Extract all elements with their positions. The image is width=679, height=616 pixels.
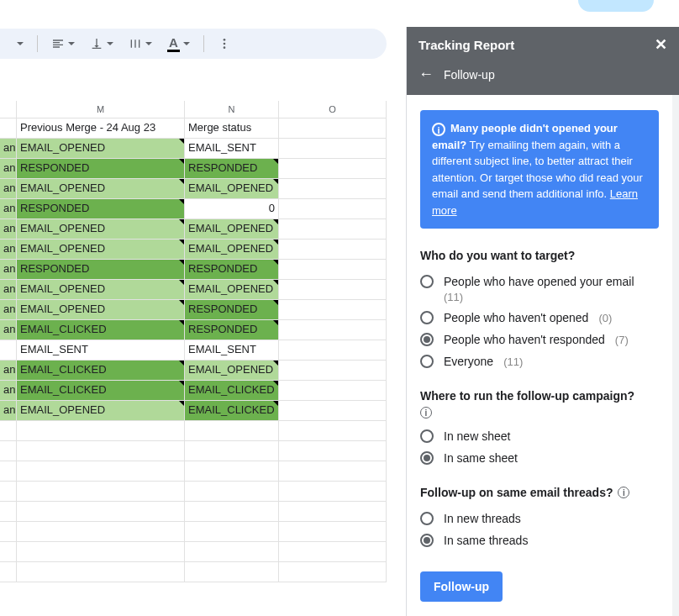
back-arrow-icon[interactable]: ←	[418, 66, 434, 83]
panel-scroll-area[interactable]: iMany people didn't opened your email? T…	[407, 95, 679, 616]
info-icon[interactable]: i	[618, 487, 629, 498]
more-vert-icon[interactable]	[213, 34, 236, 54]
cell[interactable]	[279, 482, 387, 501]
threads-option[interactable]: In new threads	[420, 508, 659, 529]
cell[interactable]: RESPONDED	[17, 260, 185, 279]
cell[interactable]: an	[0, 260, 17, 279]
cell[interactable]: EMAIL_OPENED	[185, 240, 279, 259]
cell[interactable]	[279, 421, 387, 440]
cell[interactable]	[0, 502, 17, 521]
cell[interactable]: 0	[185, 199, 279, 218]
cell[interactable]	[17, 562, 185, 582]
text-color-icon[interactable]: A	[162, 32, 195, 55]
cell[interactable]	[279, 240, 387, 259]
cell[interactable]	[185, 562, 279, 582]
cell[interactable]	[279, 219, 387, 239]
cell[interactable]: an	[0, 381, 17, 400]
cell[interactable]: an	[0, 179, 17, 198]
share-button-partial[interactable]	[578, 0, 654, 12]
cell-header-n[interactable]: Merge status	[185, 118, 279, 138]
cell[interactable]: an	[0, 159, 17, 178]
cell[interactable]: EMAIL_SENT	[185, 139, 279, 158]
cell[interactable]	[279, 320, 387, 340]
cell[interactable]	[185, 441, 279, 461]
cell-header-m[interactable]: Previous Merge - 24 Aug 23	[17, 118, 185, 138]
cell[interactable]	[17, 542, 185, 561]
cell[interactable]	[279, 522, 387, 541]
cell[interactable]	[185, 482, 279, 501]
cell[interactable]: RESPONDED	[185, 159, 279, 178]
cell[interactable]: an	[0, 361, 17, 380]
cell[interactable]	[279, 199, 387, 218]
cell[interactable]: EMAIL_CLICKED	[185, 401, 279, 420]
cell[interactable]: EMAIL_OPENED	[17, 179, 185, 198]
cell[interactable]	[17, 522, 185, 541]
cell[interactable]	[279, 542, 387, 561]
target-option[interactable]: People who haven't responded(7)	[420, 329, 659, 350]
cell[interactable]: RESPONDED	[185, 300, 279, 319]
toolbar-dropdown[interactable]	[10, 39, 29, 49]
cell[interactable]: an	[0, 300, 17, 319]
threads-option[interactable]: In same threads	[420, 529, 659, 551]
cell[interactable]	[0, 562, 17, 582]
cell[interactable]: EMAIL_OPENED	[17, 240, 185, 259]
cell[interactable]: RESPONDED	[185, 260, 279, 279]
cell[interactable]	[279, 159, 387, 178]
cell[interactable]	[0, 340, 17, 360]
col-header-stub[interactable]	[0, 101, 17, 118]
target-option[interactable]: People who haven't opened(0)	[420, 307, 659, 329]
cell[interactable]: an	[0, 240, 17, 259]
cell[interactable]	[185, 461, 279, 481]
col-header-o[interactable]: O	[279, 101, 387, 118]
text-wrap-icon[interactable]	[124, 34, 157, 54]
cell[interactable]	[185, 522, 279, 541]
cell[interactable]: an	[0, 280, 17, 299]
cell[interactable]	[17, 461, 185, 481]
cell[interactable]	[279, 441, 387, 461]
cell[interactable]	[0, 118, 17, 138]
cell[interactable]	[279, 502, 387, 521]
cell[interactable]	[279, 562, 387, 582]
align-left-icon[interactable]	[46, 34, 80, 54]
cell[interactable]	[279, 280, 387, 299]
cell[interactable]: EMAIL_SENT	[17, 340, 185, 360]
cell[interactable]: an	[0, 320, 17, 340]
cell[interactable]	[279, 179, 387, 198]
cell[interactable]	[279, 340, 387, 360]
cell[interactable]: EMAIL_OPENED	[17, 219, 185, 239]
cell[interactable]: EMAIL_SENT	[185, 340, 279, 360]
cell[interactable]	[0, 461, 17, 481]
cell[interactable]: RESPONDED	[17, 199, 185, 218]
followup-button[interactable]: Follow-up	[420, 571, 503, 602]
cell[interactable]	[185, 421, 279, 440]
where-option[interactable]: In same sheet	[420, 447, 659, 469]
cell[interactable]	[17, 482, 185, 501]
cell[interactable]: EMAIL_OPENED	[17, 139, 185, 158]
cell[interactable]: EMAIL_OPENED	[185, 219, 279, 239]
cell[interactable]	[0, 542, 17, 561]
col-header-m[interactable]: M	[17, 101, 185, 118]
cell[interactable]: EMAIL_OPENED	[17, 300, 185, 319]
where-option[interactable]: In new sheet	[420, 425, 659, 447]
target-option[interactable]: Everyone(11)	[420, 350, 659, 372]
cell[interactable]	[0, 482, 17, 501]
cell[interactable]: RESPONDED	[17, 159, 185, 178]
cell[interactable]: RESPONDED	[185, 320, 279, 340]
cell[interactable]: EMAIL_OPENED	[185, 280, 279, 299]
cell[interactable]	[279, 300, 387, 319]
cell[interactable]	[279, 361, 387, 380]
close-icon[interactable]: ✕	[655, 35, 667, 54]
cell[interactable]: EMAIL_OPENED	[185, 179, 279, 198]
cell[interactable]: an	[0, 219, 17, 239]
cell[interactable]	[279, 401, 387, 420]
cell[interactable]: EMAIL_CLICKED	[17, 381, 185, 400]
cell[interactable]: an	[0, 199, 17, 218]
cell[interactable]: EMAIL_CLICKED	[17, 320, 185, 340]
cell[interactable]: EMAIL_OPENED	[17, 280, 185, 299]
cell[interactable]	[279, 260, 387, 279]
cell[interactable]: an	[0, 139, 17, 158]
cell[interactable]	[0, 441, 17, 461]
cell[interactable]: EMAIL_OPENED	[185, 361, 279, 380]
cell[interactable]	[279, 139, 387, 158]
cell[interactable]	[279, 381, 387, 400]
